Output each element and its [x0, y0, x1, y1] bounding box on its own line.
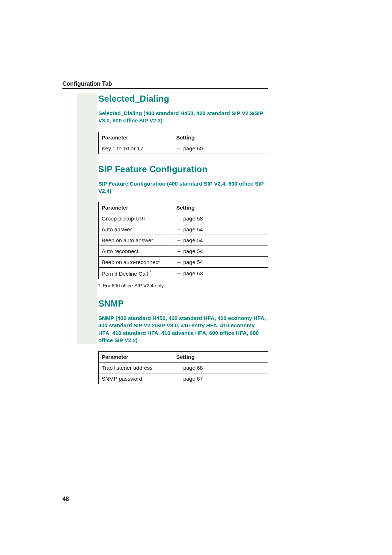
page-ref-link[interactable]: page 60 — [183, 145, 203, 151]
table-row: Auto answer → page 54 — [99, 224, 268, 235]
cell-setting[interactable]: → page 54 — [173, 246, 268, 257]
cell-parameter: SNMP password — [99, 373, 173, 384]
page-ref-link[interactable]: page 68 — [183, 365, 203, 371]
page-ref-link[interactable]: page 54 — [183, 259, 203, 265]
section-heading-selected-dialing: Selected_Dialing — [98, 94, 268, 104]
page-content: Selected_Dialing Selected_Dialing (400 s… — [98, 94, 268, 384]
arrow-icon: → — [176, 365, 181, 371]
arrow-icon: → — [176, 226, 181, 232]
page-ref-link[interactable]: page 67 — [183, 376, 203, 382]
arrow-icon: → — [176, 248, 181, 254]
arrow-icon: → — [176, 376, 181, 382]
page-number: 48 — [62, 496, 69, 502]
table-header-parameter: Parameter — [99, 352, 173, 362]
cell-parameter: Key 1 to 10 or 17 — [99, 143, 173, 154]
cell-setting[interactable]: → page 60 — [173, 143, 268, 154]
running-header: Configuration Tab — [62, 81, 112, 87]
cell-setting[interactable]: → page 54 — [173, 224, 268, 235]
page-ref-link[interactable]: page 63 — [183, 270, 203, 276]
footnote-marker: * — [150, 270, 151, 274]
arrow-icon: → — [176, 270, 181, 276]
table-header-setting: Setting — [173, 202, 268, 213]
arrow-icon: → — [176, 259, 181, 265]
table-header-row: Parameter Setting — [99, 202, 268, 213]
section-subtitle: SNMP (400 standard H450, 400 standard HF… — [98, 315, 268, 344]
table-row: Beep on auto answer → page 54 — [99, 235, 268, 246]
page-ref-link[interactable]: page 54 — [183, 248, 203, 254]
parameter-table: Parameter Setting Key 1 to 10 or 17 → pa… — [98, 132, 268, 154]
table-header-row: Parameter Setting — [99, 352, 268, 362]
table-row: Key 1 to 10 or 17 → page 60 — [99, 143, 268, 154]
page-ref-link[interactable]: page 54 — [183, 237, 203, 243]
header-rule — [62, 88, 268, 89]
page-ref-link[interactable]: page 58 — [183, 215, 203, 222]
table-header-row: Parameter Setting — [99, 132, 268, 143]
cell-parameter: Auto answer — [99, 224, 173, 235]
table-header-setting: Setting — [173, 132, 268, 143]
arrow-icon: → — [176, 215, 181, 222]
arrow-icon: → — [176, 145, 181, 151]
table-row: SNMP password → page 67 — [99, 373, 268, 384]
table-footnote: *. For 600 office SIP V2.4 only. — [98, 283, 268, 288]
cell-parameter: Trap listener address — [99, 362, 173, 373]
table-header-setting: Setting — [173, 352, 268, 362]
page-ref-link[interactable]: page 54 — [183, 226, 203, 232]
document-page: Configuration Tab Selected_Dialing Selec… — [0, 0, 392, 555]
cell-setting[interactable]: → page 54 — [173, 235, 268, 246]
cell-setting[interactable]: → page 54 — [173, 257, 268, 268]
parameter-table: Parameter Setting Trap listener address … — [98, 351, 268, 384]
section-subtitle: SIP Feature Configuration (400 standard … — [98, 180, 268, 195]
table-header-parameter: Parameter — [99, 202, 173, 213]
cell-setting[interactable]: → page 58 — [173, 213, 268, 224]
table-row: Permit Decline Call * → page 63 — [99, 268, 268, 279]
table-row: Beep on auto-reconnect → page 54 — [99, 257, 268, 268]
cell-parameter: Permit Decline Call * — [99, 268, 173, 279]
cell-setting[interactable]: → page 67 — [173, 373, 268, 384]
section-heading-snmp: SNMP — [98, 299, 268, 309]
table-header-parameter: Parameter — [99, 132, 173, 143]
arrow-icon: → — [176, 237, 181, 243]
section-heading-sip-feature-configuration: SIP Feature Configuration — [98, 164, 268, 174]
cell-setting[interactable]: → page 63 — [173, 268, 268, 279]
cell-setting[interactable]: → page 68 — [173, 362, 268, 373]
table-row: Trap listener address → page 68 — [99, 362, 268, 373]
parameter-table: Parameter Setting Group pickup URI → pag… — [98, 202, 268, 279]
cell-parameter: Beep on auto answer — [99, 235, 173, 246]
cell-parameter: Auto reconnect — [99, 246, 173, 257]
table-row: Auto reconnect → page 54 — [99, 246, 268, 257]
margin-highlight-band — [77, 93, 97, 344]
section-subtitle: Selected_Dialing (400 standard H450, 400… — [98, 110, 268, 125]
cell-parameter: Beep on auto-reconnect — [99, 257, 173, 268]
table-row: Group pickup URI → page 58 — [99, 213, 268, 224]
cell-parameter: Group pickup URI — [99, 213, 173, 224]
